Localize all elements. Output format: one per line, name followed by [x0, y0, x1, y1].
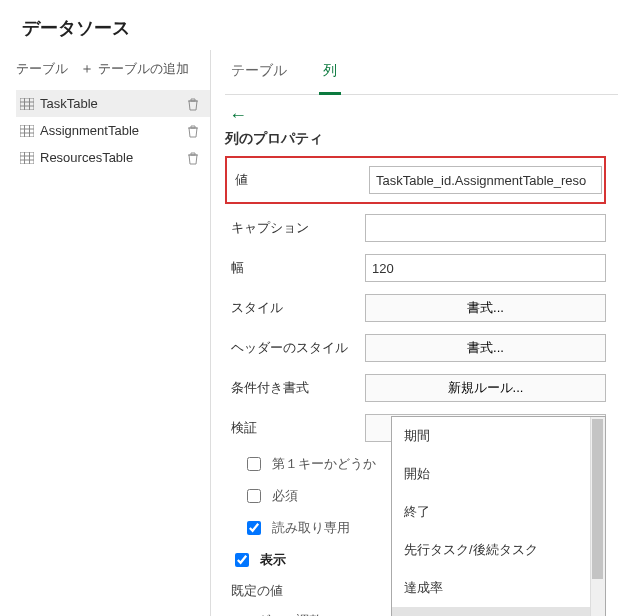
- table-name: TaskTable: [40, 96, 98, 111]
- readonly-checkbox[interactable]: [247, 521, 261, 535]
- svg-rect-5: [20, 125, 34, 137]
- trash-icon[interactable]: [186, 97, 200, 111]
- table-name: ResourcesTable: [40, 150, 133, 165]
- value-label: 値: [229, 171, 369, 189]
- add-table-button[interactable]: ＋ テーブルの追加: [80, 60, 189, 78]
- width-input[interactable]: [365, 254, 606, 282]
- tab-table[interactable]: テーブル: [227, 58, 291, 94]
- primary-key-label: 第１キーかどうか: [272, 455, 376, 473]
- scrollbar-thumb[interactable]: [592, 419, 603, 579]
- tables-tab-label: テーブル: [16, 60, 68, 78]
- table-icon: [20, 98, 34, 110]
- caption-label: キャプション: [225, 219, 365, 237]
- dropdown-option-predecessors[interactable]: 先行タスク/後続タスク: [392, 531, 605, 569]
- primary-key-checkbox[interactable]: [247, 457, 261, 471]
- plus-icon: ＋: [80, 60, 94, 78]
- style-button[interactable]: 書式...: [365, 294, 606, 322]
- required-label: 必須: [272, 487, 298, 505]
- table-list: TaskTable AssignmentTable ResourcesTable: [16, 90, 210, 171]
- style-label: スタイル: [225, 299, 365, 317]
- add-table-label: テーブルの追加: [98, 60, 189, 78]
- table-item-assignmenttable[interactable]: AssignmentTable: [16, 117, 210, 144]
- table-item-tasktable[interactable]: TaskTable: [16, 90, 210, 117]
- width-label: 幅: [225, 259, 365, 277]
- dropdown-option-progress[interactable]: 達成率: [392, 569, 605, 607]
- header-style-button[interactable]: 書式...: [365, 334, 606, 362]
- value-input[interactable]: [369, 166, 602, 194]
- left-panel: テーブル ＋ テーブルの追加 TaskTable AssignmentTable: [0, 50, 210, 616]
- svg-rect-10: [20, 152, 34, 164]
- svg-rect-0: [20, 98, 34, 110]
- cond-format-label: 条件付き書式: [225, 379, 365, 397]
- visible-checkbox[interactable]: [235, 553, 249, 567]
- cond-format-button[interactable]: 新規ルール...: [365, 374, 606, 402]
- readonly-label: 読み取り専用: [272, 519, 350, 537]
- table-name: AssignmentTable: [40, 123, 139, 138]
- page-title: データソース: [22, 16, 596, 40]
- validation-label: 検証: [225, 419, 365, 437]
- section-title: 列のプロパティ: [225, 130, 618, 148]
- dropdown-option-duration[interactable]: 期間: [392, 417, 605, 455]
- table-icon: [20, 152, 34, 164]
- required-checkbox[interactable]: [247, 489, 261, 503]
- table-icon: [20, 125, 34, 137]
- tab-column[interactable]: 列: [319, 58, 341, 95]
- header-style-label: ヘッダーのスタイル: [225, 339, 365, 357]
- dropdown-option-start[interactable]: 開始: [392, 455, 605, 493]
- page-header: データソース: [0, 0, 618, 50]
- caption-input[interactable]: [365, 214, 606, 242]
- highlight-value-row: 値: [225, 156, 606, 204]
- visible-label: 表示: [260, 551, 286, 569]
- right-panel: テーブル 列 ← 列のプロパティ 値 キャプション 幅 スタイル: [210, 50, 618, 616]
- dropdown-scrollbar[interactable]: ▾: [590, 417, 605, 616]
- right-tabs: テーブル 列: [225, 58, 618, 94]
- gantt-field-dropdown[interactable]: 期間 開始 終了 先行タスク/後続タスク 達成率 リソース ▾: [391, 416, 606, 616]
- dropdown-option-finish[interactable]: 終了: [392, 493, 605, 531]
- table-item-resourcestable[interactable]: ResourcesTable: [16, 144, 210, 171]
- trash-icon[interactable]: [186, 124, 200, 138]
- dropdown-option-resource[interactable]: リソース: [392, 607, 605, 616]
- trash-icon[interactable]: [186, 151, 200, 165]
- back-arrow-icon[interactable]: ←: [225, 103, 251, 128]
